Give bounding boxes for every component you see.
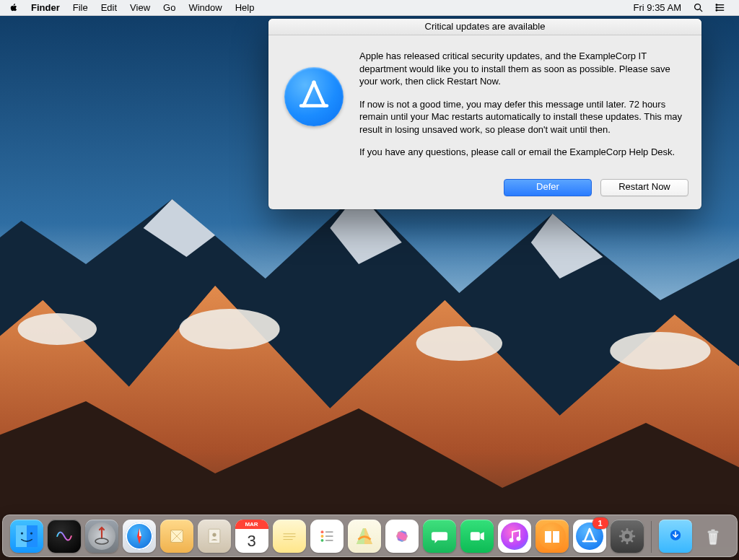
dock-finder[interactable]: [10, 520, 43, 553]
menubar-app-name[interactable]: Finder: [25, 0, 66, 16]
menubar-item-edit[interactable]: Edit: [95, 0, 123, 16]
svg-point-32: [320, 535, 323, 538]
dock-facetime[interactable]: [460, 520, 494, 553]
svg-point-56: [624, 534, 629, 539]
notification-center-icon[interactable]: [709, 2, 732, 13]
dialog-paragraph-2: If now is not a good time, you may defer…: [359, 98, 686, 136]
svg-line-62: [631, 540, 633, 542]
svg-point-3: [610, 332, 710, 369]
dock-siri[interactable]: [48, 520, 81, 553]
svg-line-63: [631, 530, 633, 533]
svg-point-27: [212, 533, 216, 536]
app-store-icon: [284, 67, 344, 126]
dialog-message: Apple has released critical security upd…: [359, 50, 686, 169]
svg-point-33: [320, 539, 323, 542]
dock-downloads[interactable]: [659, 520, 692, 553]
menubar-item-go[interactable]: Go: [157, 0, 182, 16]
svg-line-64: [621, 540, 624, 542]
svg-point-19: [30, 532, 32, 534]
dock-appstore[interactable]: 1: [573, 520, 606, 553]
svg-line-5: [700, 9, 702, 12]
menubar-clock[interactable]: Fri 9:35 AM: [628, 0, 687, 16]
dock-launchpad[interactable]: [85, 520, 118, 553]
svg-rect-17: [27, 525, 38, 547]
calendar-day-label: 3: [247, 529, 255, 553]
svg-point-1: [179, 309, 279, 349]
dock-separator: [651, 521, 652, 553]
apple-menu-icon[interactable]: [9, 3, 19, 13]
svg-point-11: [716, 10, 717, 12]
menubar-item-help[interactable]: Help: [229, 0, 261, 16]
menubar-item-window[interactable]: Window: [182, 0, 228, 16]
svg-point-50: [516, 537, 520, 541]
svg-rect-16: [16, 525, 27, 547]
appstore-badge: 1: [592, 517, 608, 529]
dialog-app-icon: [281, 50, 346, 169]
dock-photos[interactable]: [385, 520, 419, 553]
svg-line-53: [590, 529, 595, 541]
svg-marker-22: [139, 528, 141, 536]
spotlight-icon[interactable]: [687, 2, 709, 13]
svg-point-15: [312, 81, 315, 84]
menubar: Finder File Edit View Go Window Help Fri…: [0, 0, 739, 16]
restart-now-button[interactable]: Restart Now: [600, 179, 688, 196]
svg-line-52: [585, 529, 590, 541]
dialog-paragraph-1: Apple has released critical security upd…: [359, 50, 686, 88]
svg-point-18: [20, 532, 22, 534]
svg-point-2: [416, 326, 502, 361]
svg-line-13: [314, 82, 324, 105]
dock-trash[interactable]: [696, 520, 730, 553]
dock-contacts[interactable]: [198, 520, 231, 553]
dock: MAR 3: [0, 515, 739, 557]
defer-button[interactable]: Defer: [504, 179, 592, 196]
svg-point-4: [695, 4, 701, 10]
dock-maps[interactable]: [348, 520, 381, 553]
svg-marker-48: [480, 532, 484, 541]
dock-calendar[interactable]: MAR 3: [235, 520, 268, 553]
dialog-paragraph-3: If you have any questions, please call o…: [359, 146, 686, 159]
svg-point-49: [509, 538, 513, 543]
svg-line-12: [304, 82, 314, 105]
svg-point-9: [716, 4, 717, 6]
dock-mail[interactable]: [160, 520, 193, 553]
dock-notes[interactable]: [273, 520, 306, 553]
menubar-item-view[interactable]: View: [123, 0, 157, 16]
svg-point-20: [95, 538, 108, 544]
svg-line-61: [621, 530, 624, 533]
dock-itunes[interactable]: [498, 520, 531, 553]
dock-system-preferences[interactable]: [611, 520, 644, 553]
dock-messages[interactable]: [423, 520, 456, 553]
dock-reminders[interactable]: [310, 520, 344, 553]
svg-point-31: [320, 530, 323, 533]
svg-point-0: [18, 313, 97, 345]
menubar-item-file[interactable]: File: [66, 0, 95, 16]
svg-rect-47: [470, 532, 479, 541]
calendar-month-label: MAR: [235, 520, 268, 529]
svg-point-10: [716, 7, 717, 9]
svg-rect-67: [711, 530, 714, 532]
update-dialog: Critical updates are available Apple has…: [268, 19, 701, 209]
dock-ibooks[interactable]: [535, 520, 569, 553]
dock-safari[interactable]: [123, 520, 156, 553]
dialog-title: Critical updates are available: [268, 19, 701, 35]
